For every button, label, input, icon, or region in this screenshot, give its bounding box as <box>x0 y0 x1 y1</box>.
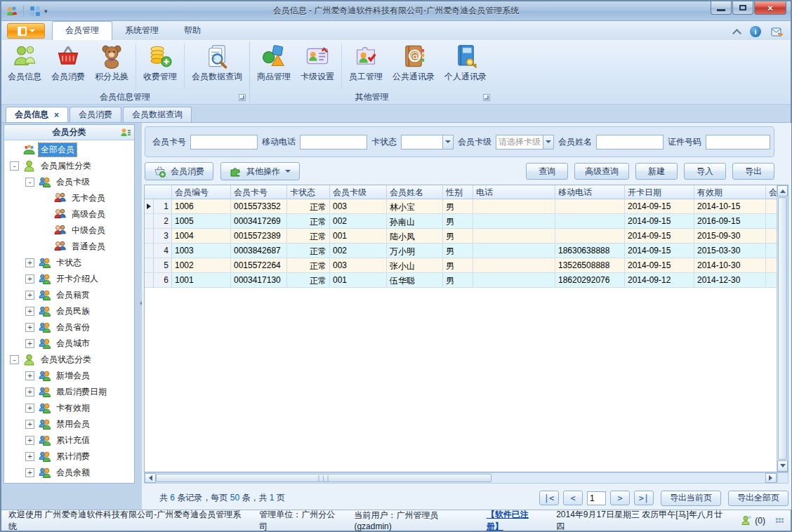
tree-item[interactable]: +会员城市 <box>4 335 134 352</box>
tree-item[interactable]: 无卡会员 <box>4 190 134 206</box>
table-row[interactable]: 510020015572264正常003张小山男135265088882014-… <box>145 258 777 273</box>
tree-item[interactable]: +会员籍贯 <box>4 287 134 303</box>
tree-item[interactable]: +会员省份 <box>4 319 134 335</box>
resize-grip[interactable] <box>776 518 784 523</box>
expand-icon[interactable]: + <box>25 436 34 445</box>
vertical-scrollbar[interactable] <box>777 185 788 472</box>
column-header[interactable]: 电话 <box>473 185 555 199</box>
table-row[interactable]: 110060015573352正常003林小宝男2014-09-152014-1… <box>145 199 777 214</box>
ribbon-button[interactable]: @公共通讯录 <box>388 42 440 91</box>
dropdown-arrow-icon[interactable] <box>442 135 453 149</box>
info-icon[interactable]: i <box>750 26 761 37</box>
application-menu-button[interactable] <box>7 23 45 39</box>
collapse-icon[interactable]: - <box>10 161 19 171</box>
expand-icon[interactable]: + <box>25 339 34 348</box>
table-row[interactable]: 610010003417130正常001伍华聪男186202920762014-… <box>145 273 777 288</box>
column-header[interactable]: 会员编号 <box>172 185 231 199</box>
expand-icon[interactable]: + <box>25 323 34 332</box>
close-tab-icon[interactable]: × <box>54 112 59 119</box>
new-button[interactable]: 新建 <box>635 163 678 180</box>
expand-icon[interactable]: + <box>25 468 34 477</box>
dialog-launcher-icon[interactable] <box>239 94 246 101</box>
ribbon-tab[interactable]: 会员管理 <box>52 21 112 40</box>
table-row[interactable]: 310040015572389正常001陆小凤男2014-09-152015-0… <box>145 229 777 244</box>
column-header[interactable]: 移动电话 <box>555 185 625 199</box>
tree-item[interactable]: -会员状态分类 <box>4 352 134 368</box>
ribbon-button[interactable]: 积分兑换 <box>90 42 133 91</box>
advanced-query-button[interactable]: 高级查询 <box>574 163 629 180</box>
tree-item[interactable]: -会员卡级 <box>4 174 134 190</box>
expand-icon[interactable]: + <box>25 291 34 300</box>
first-page-button[interactable]: |< <box>539 491 559 505</box>
member-list-icon[interactable] <box>120 127 131 138</box>
column-header[interactable]: 有效期 <box>694 185 766 199</box>
member-consume-button[interactable]: 会员消费 <box>145 162 213 180</box>
export-current-page-button[interactable]: 导出当前页 <box>661 491 721 506</box>
window-layout-icon[interactable] <box>29 5 41 18</box>
tree-item[interactable]: +累计消费 <box>4 448 134 465</box>
ribbon-button[interactable]: 会员消费 <box>46 42 90 91</box>
last-page-button[interactable]: >| <box>634 491 654 505</box>
expand-icon[interactable]: + <box>25 307 34 316</box>
column-header[interactable]: 会员姓名 <box>387 185 443 199</box>
ribbon-button[interactable]: 个人通讯录 <box>440 42 491 91</box>
ribbon-tab[interactable]: 系统管理 <box>112 22 171 40</box>
maximize-button[interactable] <box>732 1 753 15</box>
member-name-input[interactable] <box>596 135 664 149</box>
member-card-no-input[interactable] <box>190 135 258 149</box>
mobile-phone-input[interactable] <box>300 135 367 149</box>
export-button[interactable]: 导出 <box>732 163 774 180</box>
ribbon-button[interactable]: 员工管理 <box>344 42 388 91</box>
collapse-icon[interactable]: - <box>25 178 34 187</box>
document-tab[interactable]: 会员消费 <box>70 107 121 122</box>
column-header[interactable]: 会员卡号 <box>231 185 287 199</box>
card-status-select[interactable] <box>401 135 454 149</box>
horizontal-scrollbar[interactable]: ||| <box>144 472 777 484</box>
tree-item[interactable]: +卡有效期 <box>4 400 134 416</box>
table-row[interactable]: 210050003417269正常002孙南山男2014-09-152016-0… <box>145 214 777 229</box>
collapse-ribbon-icon[interactable] <box>732 29 741 38</box>
tree-item[interactable]: +新增会员 <box>4 368 134 384</box>
query-button[interactable]: 查询 <box>526 163 568 180</box>
send-feedback-icon[interactable] <box>771 27 784 37</box>
ribbon-button[interactable]: 卡级设置 <box>296 42 339 91</box>
document-tab[interactable]: 会员数据查询 <box>123 107 192 122</box>
scroll-down-icon[interactable] <box>777 460 788 472</box>
id-number-input[interactable] <box>706 135 770 149</box>
collapse-icon[interactable]: - <box>10 355 19 364</box>
registered-link[interactable]: 【软件已注册】 <box>487 509 545 532</box>
tree-item[interactable]: 中级会员 <box>4 222 134 239</box>
close-button[interactable]: × <box>754 1 786 15</box>
tree-item[interactable]: -会员属性分类 <box>4 158 134 174</box>
prev-page-button[interactable]: < <box>563 491 583 505</box>
scroll-left-icon[interactable] <box>145 473 156 483</box>
other-actions-button[interactable]: 其他操作 <box>220 162 300 180</box>
splitter[interactable] <box>135 124 142 484</box>
ribbon-button[interactable]: 会员数据查询 <box>187 42 247 91</box>
dialog-launcher-icon[interactable] <box>483 94 490 101</box>
column-header[interactable]: 卡状态 <box>287 185 330 199</box>
tree-item[interactable]: 高级会员 <box>4 206 134 222</box>
export-all-pages-button[interactable]: 导出全部页 <box>728 491 788 506</box>
ribbon-tab[interactable]: 帮助 <box>171 22 213 40</box>
import-button[interactable]: 导入 <box>684 163 726 180</box>
tree-item[interactable]: +禁用会员 <box>4 416 134 432</box>
member-card-level-select[interactable]: 请选择卡级 <box>496 135 554 149</box>
column-header[interactable]: 会员 <box>766 185 777 199</box>
vertical-scroll-thumb[interactable] <box>778 197 787 460</box>
ribbon-button[interactable]: 商品管理 <box>252 42 296 91</box>
expand-icon[interactable]: + <box>25 420 34 429</box>
tree-item[interactable]: 普通会员 <box>4 239 134 255</box>
expand-icon[interactable]: + <box>25 387 34 397</box>
ribbon-button[interactable]: 会员信息 <box>3 42 46 91</box>
scroll-up-icon[interactable] <box>777 185 788 197</box>
next-page-button[interactable]: > <box>610 491 630 505</box>
expand-icon[interactable]: + <box>25 371 34 380</box>
tree-item[interactable]: 全部会员 <box>4 142 134 158</box>
current-page-input[interactable] <box>587 491 606 505</box>
horizontal-scroll-thumb[interactable]: ||| <box>156 474 491 482</box>
qat-dropdown-icon[interactable]: ▾ <box>44 8 48 15</box>
expand-icon[interactable]: + <box>25 274 34 284</box>
expand-icon[interactable]: + <box>25 404 34 413</box>
expand-icon[interactable]: + <box>25 258 34 267</box>
